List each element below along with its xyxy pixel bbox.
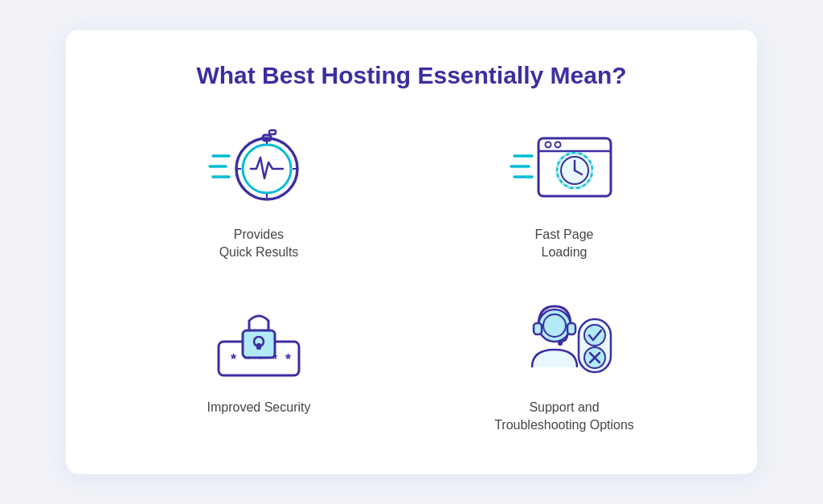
page-title: What Best Hosting Essentially Mean? bbox=[114, 62, 709, 89]
features-grid: ProvidesQuick Results bbox=[114, 118, 709, 435]
feature-security: * * * * * Improved Security bbox=[114, 291, 403, 435]
svg-text:*: * bbox=[231, 351, 236, 367]
svg-point-17 bbox=[555, 141, 561, 147]
quick-results-icon bbox=[203, 118, 315, 215]
main-card: What Best Hosting Essentially Mean? bbox=[66, 30, 757, 475]
security-icon: * * * * * bbox=[203, 291, 315, 387]
svg-point-36 bbox=[558, 341, 563, 346]
support-label: Support andTroubleshooting Options bbox=[494, 399, 634, 435]
security-label: Improved Security bbox=[207, 399, 311, 416]
svg-rect-34 bbox=[534, 323, 542, 334]
page-loading-icon bbox=[508, 118, 620, 215]
feature-support: Support andTroubleshooting Options bbox=[420, 291, 709, 435]
svg-point-38 bbox=[584, 325, 605, 346]
svg-text:*: * bbox=[285, 351, 291, 367]
feature-quick-results: ProvidesQuick Results bbox=[114, 118, 403, 262]
svg-rect-35 bbox=[567, 323, 575, 334]
quick-results-label: ProvidesQuick Results bbox=[219, 226, 299, 262]
feature-page-loading: Fast PageLoading bbox=[420, 118, 709, 262]
support-icon bbox=[508, 291, 620, 387]
svg-point-16 bbox=[546, 141, 551, 147]
svg-rect-6 bbox=[269, 130, 276, 134]
svg-rect-31 bbox=[256, 343, 261, 350]
page-loading-label: Fast PageLoading bbox=[535, 226, 594, 262]
